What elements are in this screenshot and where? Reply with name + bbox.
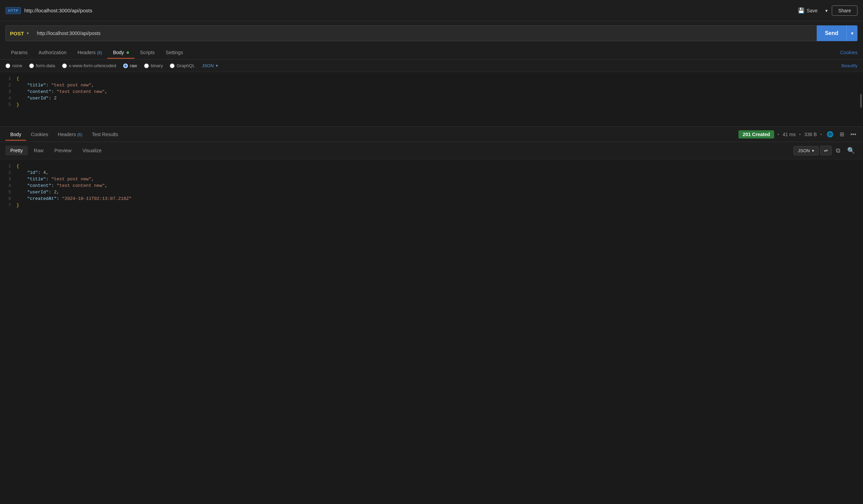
resp-view-raw[interactable]: Raw	[29, 146, 48, 155]
resp-line-content-1: {	[16, 164, 19, 169]
save-dropdown-button[interactable]: ▾	[824, 7, 829, 15]
radio-graphql[interactable]: GraphQL	[170, 63, 195, 68]
save-label: Save	[807, 8, 818, 13]
resp-line-1: 1 {	[0, 163, 863, 169]
radio-form-data-input[interactable]	[29, 63, 34, 68]
radio-binary-input[interactable]	[144, 63, 149, 68]
resp-tab-test-results[interactable]: Test Results	[87, 128, 123, 141]
req-line-num-1: 1	[0, 76, 16, 81]
url-input[interactable]	[33, 25, 817, 41]
radio-raw-label: raw	[130, 63, 137, 68]
tab-headers-label: Headers	[78, 50, 96, 55]
share-button[interactable]: Share	[832, 5, 858, 16]
globe-icon-button[interactable]: 🌐	[825, 130, 835, 139]
tab-settings[interactable]: Settings	[160, 46, 189, 59]
req-line-1: 1 {	[0, 75, 863, 82]
req-line-content-4: "userId": 2	[16, 96, 57, 101]
more-options-button[interactable]: •••	[849, 130, 858, 139]
meta-dot-2: •	[799, 132, 801, 137]
resp-line-num-2: 2	[0, 170, 16, 175]
tab-authorization[interactable]: Authorization	[33, 46, 72, 59]
tab-headers-count: (8)	[97, 50, 102, 55]
radio-raw[interactable]: raw	[123, 63, 137, 68]
resp-line-5: 5 "userId": 2,	[0, 189, 863, 195]
req-line-content-2: "title": "test post new",	[16, 83, 94, 88]
body-active-dot	[127, 51, 129, 54]
resp-line-7: 7 }	[0, 202, 863, 208]
radio-none[interactable]: none	[5, 63, 22, 68]
radio-binary[interactable]: binary	[144, 63, 163, 68]
req-line-2: 2 "title": "test post new",	[0, 82, 863, 88]
radio-form-data[interactable]: form-data	[29, 63, 55, 68]
json-format-chevron-icon: ▾	[216, 63, 218, 68]
resp-line-content-5: "userId": 2,	[16, 190, 59, 195]
http-badge: HTTP	[5, 7, 21, 14]
top-url-display: http://localhost:3000/api/posts	[24, 8, 794, 13]
resp-view-pretty[interactable]: Pretty	[5, 146, 28, 155]
resp-view-preview[interactable]: Preview	[50, 146, 76, 155]
resp-tab-headers[interactable]: Headers (6)	[53, 128, 87, 141]
scrollbar-indicator	[860, 94, 862, 108]
method-selector[interactable]: POST ▾	[5, 25, 33, 41]
response-json-format-button[interactable]: JSON ▾	[793, 146, 819, 155]
tab-body-label: Body	[113, 50, 124, 55]
resp-tab-body[interactable]: Body	[5, 128, 26, 141]
body-type-bar: none form-data x-www-form-urlencoded raw…	[0, 60, 863, 72]
radio-raw-input[interactable]	[123, 63, 128, 68]
resp-line-6: 6 "createdAt": "2024-10-11T02:13:07.218Z…	[0, 195, 863, 202]
resp-line-num-6: 6	[0, 196, 16, 201]
resp-tab-headers-count: (6)	[77, 132, 82, 137]
resp-view-visualize[interactable]: Visualize	[78, 146, 106, 155]
json-format-label: JSON	[202, 63, 214, 68]
resp-line-num-1: 1	[0, 164, 16, 169]
radio-none-input[interactable]	[5, 63, 10, 68]
send-dropdown-button[interactable]: ▾	[847, 25, 858, 41]
top-actions: 💾 Save ▾ Share	[794, 5, 858, 16]
tab-params[interactable]: Params	[5, 46, 33, 59]
request-bar: POST ▾ Send ▾	[0, 21, 863, 45]
radio-urlencoded-label: x-www-form-urlencoded	[69, 63, 116, 68]
response-size: 336 B	[804, 132, 817, 137]
resp-line-content-7: }	[16, 203, 19, 208]
resp-line-num-7: 7	[0, 203, 16, 208]
req-line-content-3: "content": "test content new",	[16, 89, 107, 94]
tab-scripts[interactable]: Scripts	[134, 46, 160, 59]
req-line-3: 3 "content": "test content new",	[0, 88, 863, 95]
cookies-link[interactable]: Cookies	[840, 50, 858, 55]
copy-response-button[interactable]: ⧉	[833, 146, 843, 156]
resp-tab-cookies[interactable]: Cookies	[26, 128, 53, 141]
req-line-5: 5 }	[0, 101, 863, 108]
method-chevron-icon: ▾	[27, 31, 29, 36]
tab-headers[interactable]: Headers (8)	[72, 46, 107, 59]
resp-line-num-4: 4	[0, 183, 16, 188]
resp-line-4: 4 "content": "test content new",	[0, 182, 863, 189]
radio-urlencoded[interactable]: x-www-form-urlencoded	[62, 63, 116, 68]
response-format-bar: Pretty Raw Preview Visualize JSON ▾ ⇌ ⧉ …	[0, 142, 863, 159]
tab-body[interactable]: Body	[107, 46, 134, 59]
resp-line-2: 2 "id": 4,	[0, 169, 863, 176]
request-body-editor[interactable]: 1 { 2 "title": "test post new", 3 "conte…	[0, 72, 863, 127]
send-button[interactable]: Send	[817, 25, 847, 41]
save-button[interactable]: 💾 Save	[794, 5, 821, 16]
req-line-num-4: 4	[0, 96, 16, 101]
json-format-selector[interactable]: JSON ▾	[202, 63, 218, 68]
radio-binary-label: binary	[151, 63, 163, 68]
resp-line-3: 3 "title": "test post new",	[0, 176, 863, 182]
response-json-chevron-icon: ▾	[812, 148, 814, 153]
req-line-4: 4 "userId": 2	[0, 95, 863, 101]
method-label: POST	[10, 31, 24, 36]
search-response-button[interactable]: 🔍	[844, 145, 858, 156]
radio-urlencoded-input[interactable]	[62, 63, 67, 68]
code-icon-button[interactable]: ⊞	[838, 130, 846, 139]
req-line-content-1: {	[16, 76, 19, 81]
request-tabs-bar: Params Authorization Headers (8) Body Sc…	[0, 45, 863, 60]
req-line-num-3: 3	[0, 89, 16, 94]
response-meta: 201 Created • 41 ms • 336 B • 🌐 ⊞ •••	[738, 130, 858, 139]
wrap-lines-button[interactable]: ⇌	[820, 146, 832, 155]
radio-graphql-input[interactable]	[170, 63, 175, 68]
resp-line-num-3: 3	[0, 177, 16, 182]
meta-dot-3: •	[820, 132, 822, 137]
beautify-button[interactable]: Beautify	[841, 63, 858, 68]
meta-dot-1: •	[778, 132, 779, 137]
req-line-num-5: 5	[0, 102, 16, 107]
